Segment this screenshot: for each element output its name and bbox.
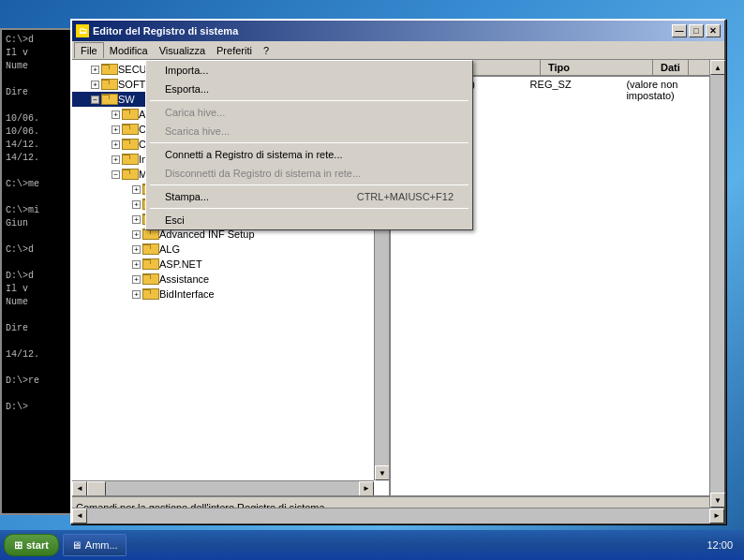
taskbar-item-icon: 🖥 — [71, 539, 82, 551]
menu-bar: File Modifica Visualizza Preferiti ? — [72, 41, 724, 60]
maximize-button[interactable]: □ — [689, 24, 704, 37]
tree-label-bidinterface: BidInterface — [159, 288, 215, 300]
folder-icon-ati — [122, 108, 137, 121]
menu-carica-hive: Carica hive... — [146, 103, 472, 122]
folder-icon-bidinterface — [142, 287, 157, 301]
tree-scroll-track[interactable] — [87, 481, 359, 496]
expand-bidinterface[interactable]: + — [132, 290, 141, 299]
expand-security[interactable]: + — [91, 66, 99, 74]
separator-4 — [150, 208, 469, 209]
expand-intel[interactable]: + — [112, 155, 120, 164]
details-vscroll[interactable]: ▲ ▼ — [709, 60, 724, 495]
tree-scroll-thumb[interactable] — [87, 481, 106, 496]
expand-clients[interactable]: + — [112, 140, 120, 149]
menu-preferiti[interactable]: Preferiti — [211, 43, 258, 58]
tree-scroll-left[interactable]: ◄ — [72, 481, 87, 496]
taskbar-time: 12:00 — [707, 539, 733, 551]
title-bar-icon: 🗂 — [76, 24, 89, 37]
expand-microsoft[interactable]: − — [112, 170, 120, 179]
folder-icon-intel — [122, 153, 137, 166]
taskbar-item-label: Amm... — [85, 539, 118, 551]
stampa-label: Stampa... — [165, 191, 209, 202]
scarica-hive-label: Scarica hive... — [165, 125, 230, 137]
start-icon: ⊞ — [14, 539, 22, 552]
details-vscroll-track[interactable] — [710, 75, 724, 493]
expand-software[interactable]: + — [91, 81, 99, 89]
menu-scarica-hive: Scarica hive... — [146, 122, 472, 140]
menu-importa[interactable]: Importa... — [146, 61, 472, 80]
regedit-window: 🗂 Editor del Registro di sistema — □ ✕ F… — [70, 19, 726, 524]
close-button[interactable]: ✕ — [706, 24, 721, 37]
tree-hscroll[interactable]: ◄ ► — [72, 480, 374, 495]
folder-icon-assistance — [142, 273, 157, 286]
tree-label-sw: SW — [118, 94, 135, 105]
expand-netframework[interactable]: + — [132, 185, 141, 194]
folder-icon-microsoft — [122, 168, 137, 181]
tree-label-aspnet: ASP.NET — [159, 258, 202, 270]
menu-disconnetti-rete: Disconnetti da Registro di sistema in re… — [146, 164, 472, 183]
menu-connetti-rete[interactable]: Connetti a Registro di sistema in rete..… — [146, 145, 472, 164]
expand-classes[interactable]: + — [112, 125, 120, 134]
taskbar-item-amm[interactable]: 🖥 Amm... — [63, 534, 126, 556]
tree-item-bidinterface[interactable]: + BidInterface — [72, 287, 389, 302]
esci-label: Esci — [165, 214, 185, 226]
tree-scroll-right[interactable]: ► — [359, 481, 374, 496]
tree-item-assistance[interactable]: + Assistance — [72, 272, 389, 287]
minimize-button[interactable]: — — [672, 24, 687, 37]
tree-label-alg: ALG — [159, 243, 180, 255]
start-label: start — [26, 539, 49, 551]
title-bar-text: Editor del Registro di sistema — [93, 25, 672, 37]
esporta-label: Esporta... — [165, 83, 209, 95]
tree-label-assistance: Assistance — [159, 273, 209, 285]
taskbar: ⊞ start 🖥 Amm... 12:00 — [0, 530, 744, 560]
folder-icon-clients — [122, 138, 137, 151]
disconnetti-rete-label: Disconnetti da Registro di sistema in re… — [165, 168, 361, 179]
expand-ati[interactable]: + — [112, 111, 120, 119]
menu-modifica[interactable]: Modifica — [104, 43, 154, 58]
title-bar: 🗂 Editor del Registro di sistema — □ ✕ — [72, 21, 724, 41]
separator-2 — [150, 142, 469, 143]
folder-icon-aspnet — [142, 258, 157, 271]
tree-item-aspnet[interactable]: + ASP.NET — [72, 257, 389, 272]
expand-aspnet[interactable]: + — [132, 260, 141, 269]
separator-1 — [150, 100, 469, 101]
expand-ads[interactable]: + — [132, 215, 141, 224]
expand-alg[interactable]: + — [132, 245, 141, 254]
expand-advancedinfsetup[interactable]: + — [132, 230, 141, 239]
file-dropdown-menu: Importa... Esporta... Carica hive... Sca… — [145, 60, 473, 230]
title-bar-buttons: — □ ✕ — [672, 24, 721, 37]
folder-icon-software — [101, 78, 116, 91]
taskbar-right: 12:00 — [699, 539, 740, 551]
details-col-dati: Dati — [653, 60, 689, 75]
separator-3 — [150, 184, 469, 185]
folder-icon-security — [101, 63, 116, 76]
expand-sw[interactable]: − — [91, 96, 99, 104]
connetti-rete-label: Connetti a Registro di sistema in rete..… — [165, 149, 343, 160]
tree-scroll-down[interactable]: ▼ — [375, 465, 390, 480]
folder-icon-alg — [142, 243, 157, 256]
folder-icon-classes — [122, 123, 137, 136]
carica-hive-label: Carica hive... — [165, 107, 225, 118]
start-button[interactable]: ⊞ start — [4, 534, 59, 556]
details-cell-tipo: REG_SZ — [527, 79, 623, 101]
stampa-shortcut: CTRL+MAIUSC+F12 — [357, 191, 454, 202]
expand-assistance[interactable]: + — [132, 275, 141, 284]
tree-item-alg[interactable]: + ALG — [72, 242, 389, 257]
details-scroll-down[interactable]: ▼ — [710, 493, 724, 495]
menu-esci[interactable]: Esci — [146, 211, 472, 229]
menu-file[interactable]: File — [74, 42, 104, 58]
menu-help[interactable]: ? — [258, 43, 275, 58]
folder-icon-sw — [101, 93, 116, 106]
importa-label: Importa... — [165, 65, 208, 76]
expand-activesetup[interactable]: + — [132, 200, 141, 209]
menu-stampa[interactable]: Stampa... CTRL+MAIUSC+F12 — [146, 187, 472, 206]
menu-esporta[interactable]: Esporta... — [146, 80, 472, 98]
details-scroll-up[interactable]: ▲ — [710, 60, 724, 75]
details-col-tipo: Tipo — [541, 60, 653, 75]
details-cell-dati: (valore non impostato) — [622, 79, 717, 101]
menu-visualizza[interactable]: Visualizza — [154, 43, 211, 58]
